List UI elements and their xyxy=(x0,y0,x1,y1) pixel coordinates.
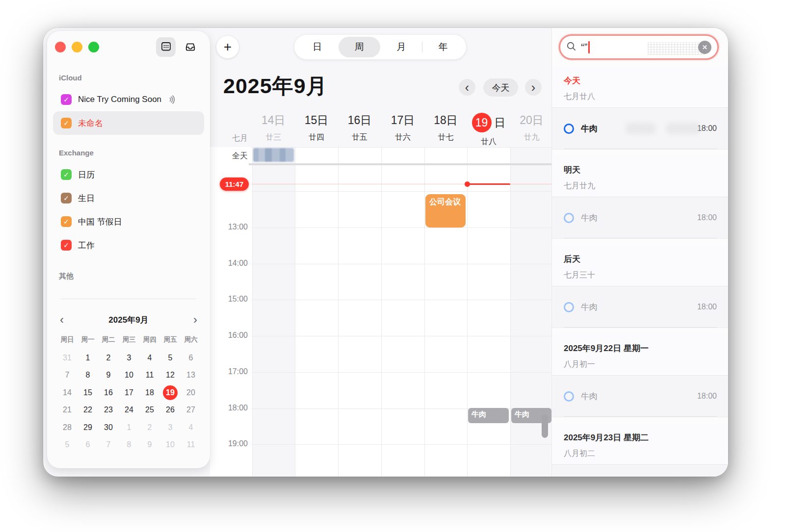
calendar-checkbox[interactable]: ✓ xyxy=(61,118,72,128)
day-header-cell[interactable]: 17日廿六 xyxy=(381,113,425,143)
mini-cal-day[interactable]: 26 xyxy=(160,402,181,419)
mini-cal-day[interactable]: 20 xyxy=(181,384,201,402)
mini-cal-day[interactable]: 14 xyxy=(57,384,78,402)
event-牛肉[interactable]: 牛肉 xyxy=(468,408,509,423)
calendar-checkbox[interactable]: ✓ xyxy=(61,240,72,251)
calendar-list-item[interactable]: ✓未命名 xyxy=(53,111,204,135)
mini-cal-day[interactable]: 22 xyxy=(78,402,98,419)
mini-cal-day[interactable]: 5 xyxy=(160,349,181,367)
mini-cal-day[interactable]: 2 xyxy=(98,349,119,367)
mini-cal-day[interactable]: 9 xyxy=(98,367,119,384)
add-event-button[interactable]: + xyxy=(216,36,239,58)
all-day-separator xyxy=(249,163,553,165)
mini-cal-day[interactable]: 7 xyxy=(57,367,78,384)
mini-cal-day[interactable]: 15 xyxy=(78,384,98,402)
current-time-badge: 11:47 xyxy=(220,177,249,191)
event-公司会议[interactable]: 公司会议 xyxy=(425,194,466,228)
mini-cal-day[interactable]: 2 xyxy=(139,419,160,436)
calendar-view-button[interactable] xyxy=(156,37,176,57)
today-circle: 19 xyxy=(472,113,492,132)
mini-cal-day[interactable]: 10 xyxy=(119,367,139,384)
prev-week-button[interactable]: ‹ xyxy=(459,79,475,96)
calendar-list-item[interactable]: ✓日历 xyxy=(53,163,204,186)
mini-cal-day[interactable]: 6 xyxy=(78,436,98,454)
calendar-list-item[interactable]: ✓工作 xyxy=(53,233,204,257)
search-result-row[interactable]: 牛肉18:00 xyxy=(552,108,728,149)
mini-cal-today: 19 xyxy=(163,385,178,400)
mini-cal-day[interactable]: 8 xyxy=(119,436,139,454)
today-button[interactable]: 今天 xyxy=(483,78,518,97)
mini-cal-day[interactable]: 12 xyxy=(160,367,181,384)
search-result-row[interactable]: 牛肉18:00 xyxy=(552,376,728,417)
week-scrollbar-thumb[interactable] xyxy=(542,414,548,438)
mini-cal-day[interactable]: 4 xyxy=(139,349,160,367)
next-week-button[interactable]: › xyxy=(525,79,542,96)
mini-cal-prev-button[interactable]: ‹ xyxy=(60,315,64,325)
mini-cal-day[interactable]: 7 xyxy=(98,436,119,454)
mini-cal-day[interactable]: 21 xyxy=(57,402,78,419)
calendar-checkbox[interactable]: ✓ xyxy=(61,216,72,227)
all-day-event-redacted[interactable] xyxy=(253,148,294,162)
day-header-cell[interactable]: 16日廿五 xyxy=(338,113,382,143)
mini-cal-day[interactable]: 16 xyxy=(98,384,119,402)
search-result-row[interactable]: 牛肉18:00 xyxy=(552,197,728,238)
mini-cal-day[interactable]: 17 xyxy=(119,384,139,402)
mini-cal-day[interactable]: 9 xyxy=(139,436,160,454)
mini-cal-day[interactable]: 8 xyxy=(78,367,98,384)
search-icon xyxy=(566,41,576,53)
mini-cal-day[interactable]: 10 xyxy=(160,436,181,454)
reminder-circle-icon[interactable] xyxy=(564,213,574,223)
mini-cal-weekday: 周三 xyxy=(119,335,139,344)
calendar-list-item[interactable]: ✓Nice Try Coming Soon xyxy=(53,88,204,111)
mini-cal-day[interactable]: 5 xyxy=(57,436,78,454)
day-header-cell[interactable]: 20日廿九 xyxy=(510,113,554,143)
date-label: 17日 xyxy=(381,113,425,128)
mini-cal-day[interactable]: 27 xyxy=(181,402,201,419)
mini-cal-day[interactable]: 1 xyxy=(78,349,98,367)
mini-cal-day[interactable]: 31 xyxy=(57,349,78,367)
reminder-circle-icon[interactable] xyxy=(564,302,574,312)
day-header-cell[interactable]: 19日廿八 xyxy=(467,113,511,147)
close-window-button[interactable] xyxy=(55,42,66,52)
mini-cal-day[interactable]: 13 xyxy=(181,367,201,384)
mini-cal-day[interactable]: 11 xyxy=(181,436,201,454)
mini-cal-day[interactable]: 6 xyxy=(181,349,201,367)
zoom-window-button[interactable] xyxy=(88,42,99,52)
mini-cal-day[interactable]: 11 xyxy=(139,367,160,384)
search-input[interactable]: “” ✕ xyxy=(559,34,719,60)
mini-cal-day[interactable]: 19 xyxy=(160,384,181,402)
mini-cal-day[interactable]: 30 xyxy=(98,419,119,436)
calendar-list-item[interactable]: ✓生日 xyxy=(53,186,204,210)
calendar-list-item[interactable]: ✓中国 节假日 xyxy=(53,210,204,233)
sidebar-section-label: iCloud xyxy=(59,74,210,82)
mini-cal-day[interactable]: 1 xyxy=(119,419,139,436)
mini-cal-day[interactable]: 4 xyxy=(181,419,201,436)
all-day-label: 全天 xyxy=(210,151,248,161)
reminder-circle-icon[interactable] xyxy=(564,391,574,402)
day-header-cell[interactable]: 18日廿七 xyxy=(424,113,468,143)
calendar-checkbox[interactable]: ✓ xyxy=(61,169,72,180)
calendar-checkbox[interactable]: ✓ xyxy=(61,193,72,203)
view-tab-周[interactable]: 周 xyxy=(339,37,381,57)
reminder-circle-icon[interactable] xyxy=(564,124,574,134)
search-result-row[interactable]: ★秋分全天 xyxy=(552,465,728,477)
view-tab-月[interactable]: 月 xyxy=(380,37,422,57)
calendar-name: 生日 xyxy=(78,193,95,204)
mini-cal-day[interactable]: 23 xyxy=(98,402,119,419)
search-result-row[interactable]: 牛肉18:00 xyxy=(552,286,728,328)
mini-cal-day[interactable]: 25 xyxy=(139,402,160,419)
view-tab-年[interactable]: 年 xyxy=(422,37,465,57)
mini-cal-day[interactable]: 24 xyxy=(119,402,139,419)
mini-cal-day[interactable]: 3 xyxy=(160,419,181,436)
mini-cal-next-button[interactable]: › xyxy=(193,315,197,325)
view-tab-日[interactable]: 日 xyxy=(296,37,339,57)
calendar-checkbox[interactable]: ✓ xyxy=(61,94,72,105)
mini-cal-day[interactable]: 29 xyxy=(78,419,98,436)
mini-cal-day[interactable]: 28 xyxy=(57,419,78,436)
day-header-cell[interactable]: 14日廿三 xyxy=(251,113,295,143)
mini-cal-day[interactable]: 18 xyxy=(139,384,160,402)
inbox-button[interactable] xyxy=(181,37,200,57)
mini-cal-day[interactable]: 3 xyxy=(119,349,139,367)
day-header-cell[interactable]: 15日廿四 xyxy=(294,113,339,143)
minimize-window-button[interactable] xyxy=(72,42,82,52)
